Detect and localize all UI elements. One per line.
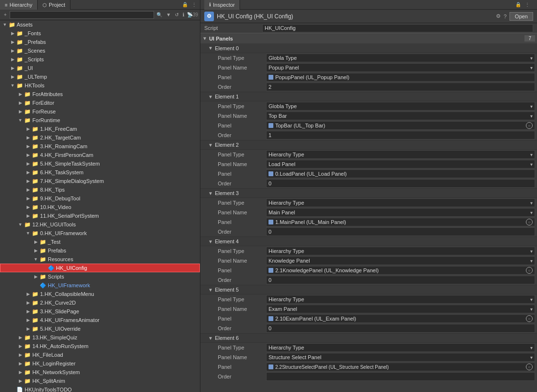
element-0-panelname-dropdown[interactable]: Popup Panel ▾ [266, 63, 535, 72]
tree-item-simpletask[interactable]: ▶ 📁 5.HK_SimpleTaskSystem [0, 159, 200, 168]
project-icon: ⬡ [42, 2, 47, 8]
tree-item-freecam[interactable]: ▶ 📁 1.HK_FreeCam [0, 125, 200, 133]
tree-item-scripts[interactable]: ▶ 📁 _Scripts [0, 55, 200, 64]
tree-item-curve2d[interactable]: ▶ 📁 2.HK_Curve2D [0, 298, 200, 307]
tree-item-framesanimator[interactable]: ▶ 📁 4.HK_UIFramesAnimator [0, 316, 200, 324]
tree-item-uiframework-script[interactable]: 🔷 HK_UIFramework [0, 281, 200, 290]
element-5-header[interactable]: ▼ Element 5 [200, 285, 537, 294]
tab-hierarchy[interactable]: ≡ Hierarchy [0, 0, 38, 10]
tree-item-ultemp[interactable]: ▶ 📁 _ULTemp [0, 72, 200, 81]
tree-item-tips[interactable]: ▶ 📁 8.HK_Tips [0, 185, 200, 194]
create-button[interactable]: + [2, 12, 9, 18]
tree-item-splitanim[interactable]: ▶ 📁 HK_SplitAnim [0, 377, 200, 385]
tree-item-slidepage[interactable]: ▶ 📁 3.HK_SlidePage [0, 307, 200, 316]
tree-item-unitytodo[interactable]: 📄 HKUnityToolsTODO [0, 385, 200, 392]
inspector-help-button[interactable]: ? [504, 14, 507, 19]
refresh-btn[interactable]: ↺ [173, 12, 180, 18]
tree-item-ui[interactable]: ▶ 📁 _UI [0, 64, 200, 72]
element-5: ▼ Element 5 Panel Type Hierarchy Type ▾ … [200, 285, 537, 333]
tree-item-resources[interactable]: ▼ 📁 Resources [0, 255, 200, 264]
dropdown-arrow-icon: ▾ [530, 56, 533, 61]
open-button[interactable]: Open [509, 12, 533, 21]
info-btn[interactable]: ℹ [181, 12, 186, 18]
ui-panels-label: UI Panels [209, 36, 525, 42]
inspector-header: ⚙ HK_UI Config (HK_UI Config) ⚙ ? Open [200, 10, 537, 23]
tree-item-serialport[interactable]: ▶ 📁 11.HK_SerialPortSystem [0, 211, 200, 220]
inspector-settings-button[interactable]: ⚙ [496, 13, 501, 19]
tree-view: ▼ 📁 Assets ▶ 📁 _Fonts ▶ 📁 _Prefabs ▶ 📁 _… [0, 20, 200, 392]
tree-item-assets[interactable]: ▼ 📁 Assets [0, 20, 200, 29]
filter-btn[interactable]: ▼ [165, 12, 172, 18]
tree-item-scripts2[interactable]: ▶ 📁 Scripts [0, 272, 200, 281]
element-0-paneltype-label: Panel Type [218, 55, 266, 61]
lock-button[interactable]: 🔒 [181, 1, 189, 8]
tree-item-fileload[interactable]: ▶ 📁 HK_FileLoad [0, 350, 200, 359]
element-2: ▼ Element 2 Panel Type Hierarchy Type ▾ … [200, 140, 537, 188]
element-1-arrow: ▼ [208, 94, 213, 99]
tree-item-test[interactable]: ▶ 📁 _Test [0, 238, 200, 246]
element-0-paneltype-dropdown[interactable]: Globla Type ▾ [266, 54, 535, 62]
element-0: ▼ Element 0 Panel Type Globla Type ▾ Pan… [200, 43, 537, 92]
element-0-paneltype-row: Panel Type Globla Type ▾ [200, 53, 537, 63]
script-value-text: HK_UIConfig [265, 25, 296, 31]
ui-panels-header[interactable]: ▼ UI Panels 7 [200, 33, 537, 43]
inspector-lock-button[interactable]: 🔒 [514, 1, 523, 8]
element-1-header[interactable]: ▼ Element 1 [200, 92, 537, 101]
menu-button[interactable]: ⋮ [190, 1, 198, 8]
tree-item-forruntime[interactable]: ▼ 📁 ForRuntime [0, 116, 200, 125]
tree-item-uioverride[interactable]: ▶ 📁 5.HK_UIOverride [0, 324, 200, 333]
tree-item-forreuse[interactable]: ▶ 📁 ForReuse [0, 107, 200, 116]
tree-item-autorun[interactable]: ▶ 📁 14.HK_AutoRunSystem [0, 342, 200, 350]
tree-item-scenes[interactable]: ▶ 📁 _Scenes [0, 46, 200, 55]
element-4-header[interactable]: ▼ Element 4 [200, 237, 537, 246]
inspector-menu-button[interactable]: ⋮ [523, 1, 531, 8]
search-btn[interactable]: 🔍 [155, 12, 164, 18]
tree-item-prefabs2[interactable]: ▶ 📁 Prefabs [0, 246, 200, 255]
tree-item-hk-uiconfig[interactable]: 🔷 HK_UIConfig [0, 264, 200, 272]
tree-item-uguiTools[interactable]: ▼ 📁 12.HK_UGUITools [0, 220, 200, 229]
tree-item-debugtool[interactable]: ▶ 📁 9.HK_DebugTool [0, 194, 200, 203]
right-panel: ⚙ HK_UI Config (HK_UI Config) ⚙ ? Open S… [200, 10, 537, 392]
tab-project[interactable]: ⬡ Project [38, 0, 71, 10]
script-value-field[interactable]: HK_UIConfig [262, 24, 533, 32]
tab-inspector[interactable]: ℹ Inspector [204, 0, 240, 10]
element-0-panel-label: Panel [218, 74, 266, 80]
tree-item-roamingcam[interactable]: ▶ 📁 3.HK_RoamingCam [0, 142, 200, 151]
tree-item-fonts[interactable]: ▶ 📁 _Fonts [0, 29, 200, 38]
element-1: ▼ Element 1 Panel Type Globla Type ▾ Pan… [200, 92, 537, 140]
tree-item-collapsiblemenu[interactable]: ▶ 📁 1.HK_CollapsibleMenu [0, 290, 200, 298]
element-0-header[interactable]: ▼ Element 0 [200, 43, 537, 53]
version-label: 📡39 [187, 12, 198, 17]
element-0-panelname-label: Panel Name [218, 65, 266, 70]
ui-panels-count: 7 [524, 35, 535, 42]
element-0-order-field[interactable]: 2 [266, 83, 535, 91]
element-1-panel-row: Panel TopBar (UL_Top Bar) ○ [200, 121, 537, 130]
element-0-panel-ref: PopupPanel (UL_Popup Panel) [266, 73, 535, 82]
tree-item-uiframework[interactable]: ▼ 📁 0.HK_UIFramework [0, 229, 200, 238]
element-6-header[interactable]: ▼ Element 6 [200, 333, 537, 343]
left-toolbar: + 🔍 ▼ ↺ ℹ 📡39 [0, 10, 200, 20]
element-0-arrow: ▼ [208, 45, 213, 51]
tree-item-prefabs-root[interactable]: ▶ 📁 _Prefabs [0, 38, 200, 46]
tree-item-firstpersoncam[interactable]: ▶ 📁 4.HK_FirstPersonCam [0, 151, 200, 159]
tree-item-foreditor[interactable]: ▶ 📁 ForEditor [0, 98, 200, 107]
inspector-icon-tab: ℹ [209, 2, 211, 7]
element-1-panelname-row: Panel Name Top Bar ▾ [200, 111, 537, 121]
search-input[interactable] [10, 11, 154, 19]
tree-item-forattributes[interactable]: ▶ 📁 ForAttributes [0, 90, 200, 98]
tree-item-simpledialog[interactable]: ▶ 📁 7.HK_SimpleDialogSystem [0, 177, 200, 185]
tree-item-video[interactable]: ▶ 📁 10.HK_Video [0, 203, 200, 211]
panel-ref-icon [268, 75, 273, 80]
tree-item-targetcam[interactable]: ▶ 📁 2.HK_TargetCam [0, 133, 200, 142]
tree-item-simplequiz[interactable]: ▶ 📁 13.HK_SimpleQuiz [0, 333, 200, 342]
tree-item-networksystem[interactable]: ▶ 📁 HK_NetworkSystem [0, 368, 200, 377]
tree-item-tasksystem[interactable]: ▶ 📁 6.HK_TaskSystem [0, 168, 200, 177]
ui-panels-arrow: ▼ [202, 36, 207, 41]
tree-item-hktools[interactable]: ▼ 📁 HKTools [0, 81, 200, 90]
element-3-header[interactable]: ▼ Element 3 [200, 188, 537, 198]
tab-hierarchy-label: Hierarchy [10, 2, 32, 8]
tree-item-loginregister[interactable]: ▶ 📁 HK_LoginRegister [0, 359, 200, 368]
script-row: Script HK_UIConfig [200, 23, 537, 33]
elements-scroll: ▼ Element 0 Panel Type Globla Type ▾ Pan… [200, 43, 537, 392]
element-2-header[interactable]: ▼ Element 2 [200, 140, 537, 150]
